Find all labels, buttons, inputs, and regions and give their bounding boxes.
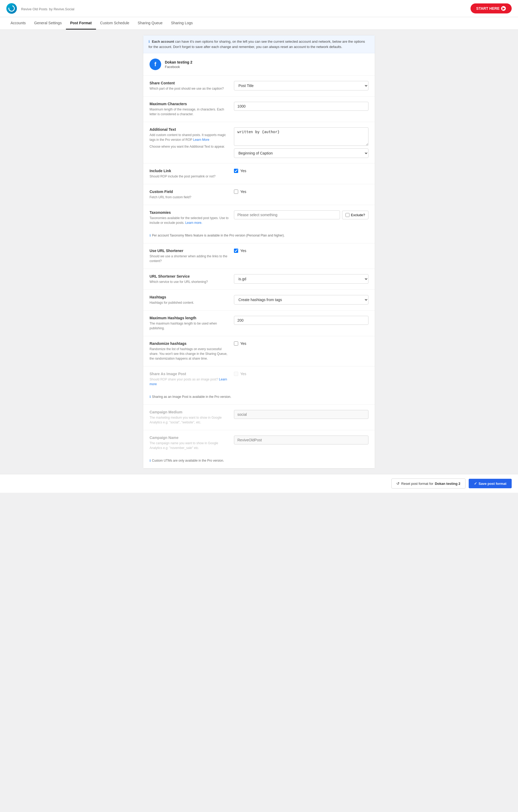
hashtags-control: Create hashtags from tags No hashtags Us… bbox=[234, 295, 369, 305]
tab-accounts[interactable]: Accounts bbox=[6, 17, 30, 30]
additional-text-label: Additional Text Add custom content to sh… bbox=[149, 127, 229, 158]
url-shortener-label: Use URL Shortener Should we use a shorte… bbox=[149, 249, 229, 263]
custom-field-checkbox[interactable] bbox=[234, 190, 238, 194]
start-here-button[interactable]: START HERE ▶ bbox=[470, 3, 512, 13]
url-shortener-service-select[interactable]: is.gd bit.ly ow.ly bbox=[234, 274, 369, 284]
taxonomies-label: Taxonomies Taxonomies available for the … bbox=[149, 210, 229, 225]
account-name: Dokan testing 2 bbox=[165, 60, 192, 65]
info-icon: ℹ bbox=[148, 39, 150, 44]
share-content-section: Share Content Which part of the post sho… bbox=[143, 76, 375, 96]
share-content-control: Post Title Post Content Post Excerpt bbox=[234, 81, 369, 91]
include-link-control: Yes bbox=[234, 169, 369, 179]
campaign-name-control bbox=[234, 436, 369, 450]
additional-text-control: written by {author} Beginning of Caption… bbox=[234, 127, 369, 158]
randomize-hashtags-label-text[interactable]: Yes bbox=[240, 341, 246, 346]
randomize-hashtags-control: Yes bbox=[234, 341, 369, 361]
save-post-format-button[interactable]: ✓ Save post format bbox=[469, 479, 512, 488]
exclude-button[interactable]: Exclude? bbox=[342, 211, 369, 219]
url-shortener-checkbox[interactable] bbox=[234, 249, 238, 253]
share-as-image-label-text: Yes bbox=[240, 372, 246, 376]
taxonomies-control: Exclude? bbox=[234, 210, 369, 225]
include-link-label-text[interactable]: Yes bbox=[240, 169, 246, 173]
campaign-name-info-icon: ℹ bbox=[149, 458, 151, 463]
max-hashtags-input[interactable] bbox=[234, 316, 369, 325]
share-content-label: Share Content Which part of the post sho… bbox=[149, 81, 229, 91]
randomize-hashtags-label: Randomize hashtags Randomize the list of… bbox=[149, 341, 229, 361]
save-icon: ✓ bbox=[474, 482, 477, 486]
start-arrow-icon: ▶ bbox=[501, 6, 506, 11]
share-as-image-control: Yes bbox=[234, 372, 369, 386]
info-banner: ℹ Each account can have it's own options… bbox=[143, 35, 375, 53]
custom-field-label-text[interactable]: Yes bbox=[240, 190, 246, 194]
hashtags-section: Hashtags Hashtags for published content.… bbox=[143, 290, 375, 311]
main-content: ℹ Each account can have it's own options… bbox=[143, 35, 375, 469]
tab-sharing-logs[interactable]: Sharing Logs bbox=[167, 17, 197, 30]
randomize-hashtags-checkbox[interactable] bbox=[234, 341, 238, 346]
additional-text-learn-more[interactable]: Learn More bbox=[193, 138, 209, 142]
share-as-image-section: Share As Image Post Should ROP share you… bbox=[143, 367, 375, 405]
tab-post-format[interactable]: Post Format bbox=[66, 17, 96, 30]
max-characters-input[interactable] bbox=[234, 102, 369, 111]
app-title: Revive Old Posts by Revive.Social bbox=[21, 5, 74, 11]
custom-field-section: Custom Field Fetch URL from custom field… bbox=[143, 184, 375, 205]
tab-general-settings[interactable]: General Settings bbox=[30, 17, 66, 30]
account-network: Facebook bbox=[165, 65, 192, 69]
facebook-avatar: f bbox=[149, 59, 161, 70]
additional-text-section: Additional Text Add custom content to sh… bbox=[143, 122, 375, 164]
exclude-checkbox[interactable] bbox=[346, 213, 350, 217]
campaign-medium-label: Campaign Medium The marketing medium you… bbox=[149, 410, 229, 425]
campaign-name-label: Campaign Name The campaign name you want… bbox=[149, 436, 229, 450]
taxonomies-learn-more[interactable]: Learn more. bbox=[185, 221, 202, 225]
taxonomies-section: Taxonomies Taxonomies available for the … bbox=[143, 205, 375, 243]
share-content-select[interactable]: Post Title Post Content Post Excerpt bbox=[234, 81, 369, 90]
url-shortener-section: Use URL Shortener Should we use a shorte… bbox=[143, 243, 375, 269]
campaign-medium-section: Campaign Medium The marketing medium you… bbox=[143, 405, 375, 430]
campaign-name-section: Campaign Name The campaign name you want… bbox=[143, 430, 375, 468]
max-characters-label: Maximum Characters Maximum length of the… bbox=[149, 102, 229, 117]
tab-custom-schedule[interactable]: Custom Schedule bbox=[96, 17, 134, 30]
hashtags-select[interactable]: Create hashtags from tags No hashtags Us… bbox=[234, 295, 369, 304]
campaign-name-input[interactable] bbox=[234, 436, 369, 444]
url-shortener-label-text[interactable]: Yes bbox=[240, 249, 246, 253]
url-shortener-control: Yes bbox=[234, 249, 369, 263]
main-nav: Accounts General Settings Post Format Cu… bbox=[0, 17, 518, 30]
max-hashtags-control bbox=[234, 316, 369, 330]
randomize-hashtags-section: Randomize hashtags Randomize the list of… bbox=[143, 336, 375, 367]
page-footer: ↺ Reset post format for Dokan testing 2 … bbox=[0, 474, 518, 493]
share-as-image-label: Share As Image Post Should ROP share you… bbox=[149, 372, 229, 386]
include-link-section: Include Link Should ROP include the post… bbox=[143, 164, 375, 184]
tab-sharing-queue[interactable]: Sharing Queue bbox=[133, 17, 167, 30]
taxonomies-info-icon: ℹ bbox=[149, 233, 151, 238]
url-shortener-service-control: is.gd bit.ly ow.ly bbox=[234, 274, 369, 284]
max-hashtags-label: Maximum Hashtags length The maximum hash… bbox=[149, 316, 229, 330]
custom-field-control: Yes bbox=[234, 190, 369, 200]
include-link-checkbox[interactable] bbox=[234, 169, 238, 173]
max-characters-section: Maximum Characters Maximum length of the… bbox=[143, 96, 375, 122]
campaign-medium-control bbox=[234, 410, 369, 425]
share-as-image-checkbox[interactable] bbox=[234, 372, 238, 376]
account-row: f Dokan testing 2 Facebook bbox=[143, 53, 375, 76]
app-header: Revive Old Posts by Revive.Social START … bbox=[0, 0, 518, 17]
taxonomies-input[interactable] bbox=[234, 210, 340, 219]
share-as-image-info-icon: ℹ bbox=[149, 395, 151, 399]
reset-icon: ↺ bbox=[397, 482, 400, 486]
url-shortener-service-label: URL Shortener Service Which service to u… bbox=[149, 274, 229, 284]
hashtags-label: Hashtags Hashtags for published content. bbox=[149, 295, 229, 305]
reset-post-format-button[interactable]: ↺ Reset post format for Dokan testing 2 bbox=[391, 478, 465, 489]
campaign-medium-input[interactable] bbox=[234, 410, 369, 419]
custom-field-label: Custom Field Fetch URL from custom field… bbox=[149, 190, 229, 200]
additional-text-position-select[interactable]: Beginning of Caption End of Caption bbox=[234, 148, 369, 158]
include-link-label: Include Link Should ROP include the post… bbox=[149, 169, 229, 179]
app-logo bbox=[6, 3, 17, 14]
url-shortener-service-section: URL Shortener Service Which service to u… bbox=[143, 269, 375, 290]
max-characters-control bbox=[234, 102, 369, 117]
logo-icon bbox=[7, 4, 16, 13]
additional-text-input[interactable]: written by {author} bbox=[234, 127, 369, 146]
max-hashtags-section: Maximum Hashtags length The maximum hash… bbox=[143, 311, 375, 336]
